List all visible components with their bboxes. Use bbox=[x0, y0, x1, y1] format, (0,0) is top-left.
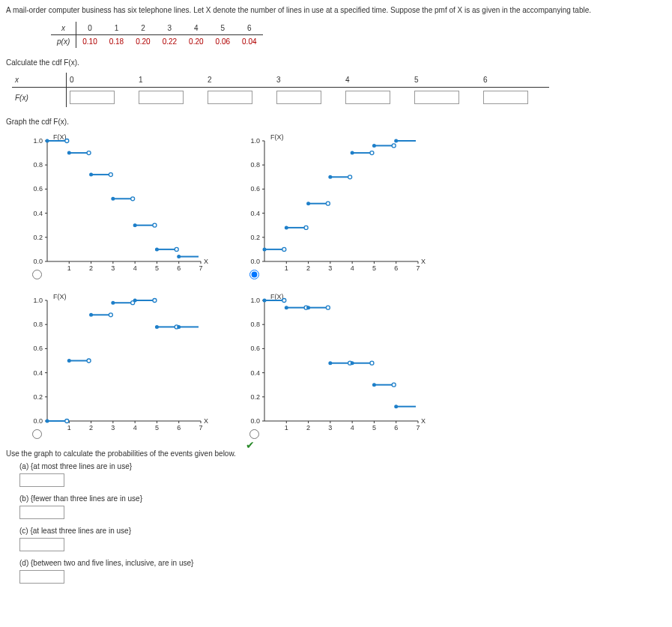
svg-point-37 bbox=[89, 173, 93, 177]
graph-radio-3[interactable] bbox=[249, 429, 259, 439]
svg-point-146 bbox=[155, 325, 159, 329]
cdf-input-4[interactable] bbox=[345, 91, 390, 104]
pmf-x-6: 6 bbox=[236, 22, 262, 35]
graph-radio-1[interactable] bbox=[249, 270, 259, 279]
svg-text:2: 2 bbox=[89, 424, 93, 431]
svg-text:3: 3 bbox=[328, 424, 332, 431]
svg-point-194 bbox=[370, 361, 374, 365]
pmf-x-3: 3 bbox=[157, 22, 183, 35]
svg-point-134 bbox=[67, 359, 71, 363]
answer-b-input[interactable] bbox=[19, 506, 64, 519]
cdf-input-1[interactable] bbox=[139, 91, 184, 104]
answer-a-input[interactable] bbox=[19, 473, 64, 487]
svg-text:1.0: 1.0 bbox=[33, 297, 43, 304]
svg-point-131 bbox=[46, 419, 49, 423]
svg-text:5: 5 bbox=[372, 264, 376, 272]
question-b: (b) {fewer than three lines are in use} bbox=[19, 494, 666, 503]
pmf-p-6: 0.04 bbox=[236, 35, 262, 49]
cdf-x-2: 2 bbox=[205, 73, 273, 88]
pmf-p-5: 0.06 bbox=[210, 35, 236, 49]
svg-text:F(X): F(X) bbox=[270, 293, 284, 300]
svg-text:6: 6 bbox=[394, 424, 398, 431]
svg-text:X: X bbox=[204, 258, 208, 265]
cdf-x-0: 0 bbox=[67, 73, 136, 88]
svg-text:0.0: 0.0 bbox=[250, 258, 260, 265]
svg-point-140 bbox=[111, 301, 115, 305]
svg-point-81 bbox=[263, 247, 267, 251]
svg-text:0.2: 0.2 bbox=[33, 234, 43, 241]
svg-point-31 bbox=[46, 139, 49, 143]
svg-text:3: 3 bbox=[111, 264, 115, 272]
pmf-p-2: 0.20 bbox=[130, 35, 156, 49]
svg-point-82 bbox=[282, 247, 286, 251]
svg-text:4: 4 bbox=[351, 424, 354, 431]
svg-point-38 bbox=[109, 173, 112, 177]
svg-point-190 bbox=[328, 361, 332, 365]
svg-text:7: 7 bbox=[199, 264, 202, 272]
problem-statement: A mail-order computer business has six t… bbox=[6, 6, 666, 14]
svg-text:2: 2 bbox=[89, 264, 93, 272]
svg-point-184 bbox=[285, 306, 288, 309]
svg-point-93 bbox=[351, 151, 354, 155]
svg-text:1: 1 bbox=[285, 264, 288, 272]
svg-point-144 bbox=[153, 299, 157, 303]
answer-d-input[interactable] bbox=[19, 570, 64, 584]
svg-text:6: 6 bbox=[177, 264, 181, 272]
svg-text:0.0: 0.0 bbox=[33, 258, 43, 265]
svg-point-40 bbox=[111, 197, 115, 201]
svg-text:0.8: 0.8 bbox=[250, 321, 260, 328]
svg-text:5: 5 bbox=[155, 264, 159, 272]
graph-option-1: F(X)0.00.20.40.60.81.01234567X bbox=[238, 132, 448, 278]
cdf-input-3[interactable] bbox=[276, 91, 321, 104]
svg-point-94 bbox=[370, 151, 374, 155]
answer-c-input[interactable] bbox=[19, 538, 64, 551]
svg-text:7: 7 bbox=[199, 424, 202, 431]
cdf-x-6: 6 bbox=[480, 73, 549, 88]
svg-point-90 bbox=[328, 175, 332, 179]
graph-option-0: F(X)0.00.20.40.60.81.01234567X bbox=[21, 132, 231, 278]
svg-point-46 bbox=[155, 247, 159, 251]
graph-radio-0[interactable] bbox=[32, 270, 42, 279]
svg-text:1: 1 bbox=[285, 424, 288, 431]
graph-option-3: F(X)0.00.20.40.60.81.01234567X✔ bbox=[238, 291, 448, 437]
cdf-input-6[interactable] bbox=[483, 91, 528, 104]
svg-text:4: 4 bbox=[133, 264, 137, 272]
svg-point-188 bbox=[326, 306, 330, 309]
svg-point-97 bbox=[392, 144, 396, 148]
svg-text:2: 2 bbox=[306, 424, 310, 431]
pmf-x-label: x bbox=[51, 22, 76, 35]
svg-text:0.4: 0.4 bbox=[33, 210, 43, 217]
cdf-x-5: 5 bbox=[411, 73, 480, 88]
cdf-input-5[interactable] bbox=[414, 91, 459, 104]
svg-point-197 bbox=[392, 383, 396, 387]
svg-point-181 bbox=[263, 299, 267, 303]
svg-point-187 bbox=[306, 306, 310, 309]
svg-text:X: X bbox=[421, 417, 426, 425]
svg-text:0.4: 0.4 bbox=[250, 369, 260, 377]
pmf-p-label: p(x) bbox=[51, 35, 76, 49]
svg-text:0.4: 0.4 bbox=[250, 210, 260, 217]
cdf-f-label: F(x) bbox=[12, 88, 67, 108]
cdf-x-label: x bbox=[12, 73, 67, 88]
cdf-input-2[interactable] bbox=[208, 91, 252, 104]
svg-point-138 bbox=[109, 313, 112, 317]
svg-point-49 bbox=[177, 255, 181, 258]
pmf-x-2: 2 bbox=[130, 22, 156, 35]
svg-text:1.0: 1.0 bbox=[250, 137, 260, 145]
cdf-x-3: 3 bbox=[273, 73, 342, 88]
svg-point-99 bbox=[394, 139, 398, 143]
svg-text:7: 7 bbox=[416, 424, 420, 431]
pmf-x-1: 1 bbox=[103, 22, 130, 35]
graph-radio-2[interactable] bbox=[32, 429, 42, 439]
svg-point-196 bbox=[372, 383, 376, 387]
svg-text:0.2: 0.2 bbox=[250, 234, 260, 241]
svg-point-199 bbox=[394, 405, 398, 408]
svg-text:0.6: 0.6 bbox=[33, 185, 43, 193]
svg-text:6: 6 bbox=[177, 424, 181, 431]
svg-text:4: 4 bbox=[133, 424, 137, 431]
cdf-input-0[interactable] bbox=[70, 91, 115, 104]
svg-text:5: 5 bbox=[372, 424, 376, 431]
svg-point-96 bbox=[372, 144, 376, 148]
svg-point-85 bbox=[304, 225, 308, 229]
svg-point-91 bbox=[348, 175, 352, 179]
